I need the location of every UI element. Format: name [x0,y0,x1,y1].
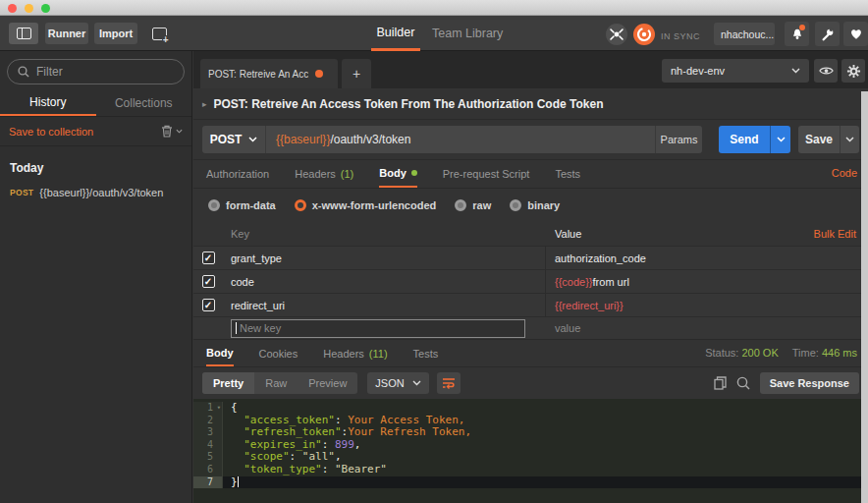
mode-binary[interactable]: binary [510,199,560,211]
history-item-method: POST [10,188,33,197]
table-row: ✓ grant_type authorization_code [193,246,868,269]
wrap-text-button[interactable] [437,372,461,394]
view-raw[interactable]: Raw [254,372,298,394]
tab-pre-request-script[interactable]: Pre-request Script [443,160,530,188]
open-request-tab[interactable]: POST: Retreive An Acc [200,59,338,88]
new-window-button[interactable]: + [145,23,173,44]
tab-builder[interactable]: Builder [371,16,420,51]
table-row: ✓ redirect_uri {{redirect_uri}} [193,293,868,316]
unsaved-dot-icon [315,70,323,78]
sidebar: Filter History Collections Save to colle… [0,51,192,503]
close-window-button[interactable] [8,4,17,13]
history-item[interactable]: POST {{baseurl}}/oauth/v3/token [0,183,191,202]
url-input[interactable]: {{baseurl}}/oauth/v3/token [265,126,655,153]
search-icon [18,66,29,78]
tab-response-headers[interactable]: Headers (11) [323,340,387,366]
view-pretty[interactable]: Pretty [202,372,254,394]
history-item-url: {{baseurl}}/oauth/v3/token [39,187,163,198]
new-window-icon: + [152,28,167,40]
view-preview[interactable]: Preview [298,372,357,394]
collapse-arrow-icon[interactable]: ▸ [202,99,207,109]
mode-form-data[interactable]: form-data [208,199,276,211]
save-options-button[interactable] [840,126,859,153]
save-request-button[interactable]: Save [798,126,840,153]
params-button[interactable]: Params [655,126,702,153]
tab-team-library[interactable]: Team Library [432,16,503,51]
history-actions: Save to collection [0,117,191,146]
environment-select[interactable]: nh-dev-env [662,59,809,83]
checkbox-checked[interactable]: ✓ [202,252,215,264]
text-caret [236,322,237,334]
chevron-down-icon [777,137,786,142]
kv-value-cell[interactable]: {{code}} from url [546,276,868,288]
tab-response-body[interactable]: Body [206,340,234,366]
sync-status-label: IN SYNC [661,31,700,41]
bulk-edit-link[interactable]: Bulk Edit [814,228,868,240]
tab-cookies[interactable]: Cookies [259,340,298,366]
import-button[interactable]: Import [94,23,137,44]
view-switcher: Pretty Raw Preview [202,372,357,394]
user-name: nhachouc... [721,28,774,40]
mode-raw[interactable]: raw [455,199,491,211]
filter-input[interactable]: Filter [7,59,185,84]
method-select[interactable]: POST [202,126,265,153]
format-select[interactable]: JSON [367,372,428,394]
mode-x-www-form-urlencoded[interactable]: x-www-form-urlencoded [295,199,437,211]
fold-caret-icon[interactable]: ▾ [217,402,221,415]
clear-history-button[interactable] [161,125,183,138]
status-badge: 200 OK [741,347,778,359]
environment-preview-button[interactable] [814,59,838,83]
runner-button[interactable]: Runner [45,23,88,44]
favorites-button[interactable] [843,22,868,46]
response-body-editor[interactable]: 1▾ { 2 "access_token": Your Access Token… [193,399,868,503]
kv-key-cell[interactable]: grant_type [223,247,546,269]
chevron-down-icon [412,380,421,386]
window-scrollbar[interactable] [861,91,868,503]
status-label: Status: [705,347,738,359]
user-menu[interactable]: nhachouc... [714,23,775,45]
new-tab-button[interactable]: + [342,59,371,88]
tab-history[interactable]: History [0,90,96,116]
radio-icon [208,199,220,211]
copy-icon[interactable] [714,376,727,390]
code-line-active: 7 } [193,476,868,489]
request-title-row: ▸ POST: Retreive An Access Token From Th… [193,88,868,120]
new-key-input[interactable]: New key [231,319,525,338]
new-value-input[interactable]: value [555,322,580,334]
interceptor-button[interactable] [606,24,627,45]
environment-settings-button[interactable] [841,59,865,83]
kv-value-cell[interactable]: {{redirect_uri}} [546,300,868,311]
tab-authorization[interactable]: Authorization [206,160,269,188]
sync-button[interactable] [633,24,655,45]
checkbox-checked[interactable]: ✓ [202,275,215,288]
code-link[interactable]: Code [832,167,857,179]
tab-headers[interactable]: Headers (1) [295,160,353,188]
checkbox-checked[interactable]: ✓ [202,299,215,311]
save-response-button[interactable]: Save Response [760,372,859,394]
kv-key-cell[interactable]: redirect_uri [223,294,546,316]
settings-wrench-button[interactable] [815,22,840,46]
tab-response-tests[interactable]: Tests [413,340,439,366]
request-tabstrip: POST: Retreive An Acc + nh-dev-env [193,51,868,88]
kv-key-cell[interactable]: code [223,270,546,293]
chevron-down-icon [176,129,183,134]
maximize-window-button[interactable] [41,4,50,13]
minimize-window-button[interactable] [25,4,33,13]
save-to-collection-link[interactable]: Save to collection [9,126,93,138]
sidebar-toggle-button[interactable] [9,23,38,44]
send-button[interactable]: Send [719,126,770,153]
body-mode-options: form-data x-www-form-urlencoded raw bina… [193,189,868,221]
notifications-button[interactable] [785,22,809,46]
kv-value-cell[interactable]: authorization_code [546,252,868,264]
tab-collections[interactable]: Collections [96,90,192,116]
send-options-button[interactable] [770,126,790,153]
kv-value-header: Value [546,228,814,240]
tab-body[interactable]: Body [379,160,417,188]
tab-tests[interactable]: Tests [555,160,580,188]
chevron-down-icon [791,68,800,74]
eye-icon [819,66,834,76]
kv-header-row: Key Value Bulk Edit [193,221,868,246]
body-filled-dot-icon [411,170,417,176]
chevron-down-icon [845,137,854,142]
search-response-icon[interactable] [736,376,750,390]
